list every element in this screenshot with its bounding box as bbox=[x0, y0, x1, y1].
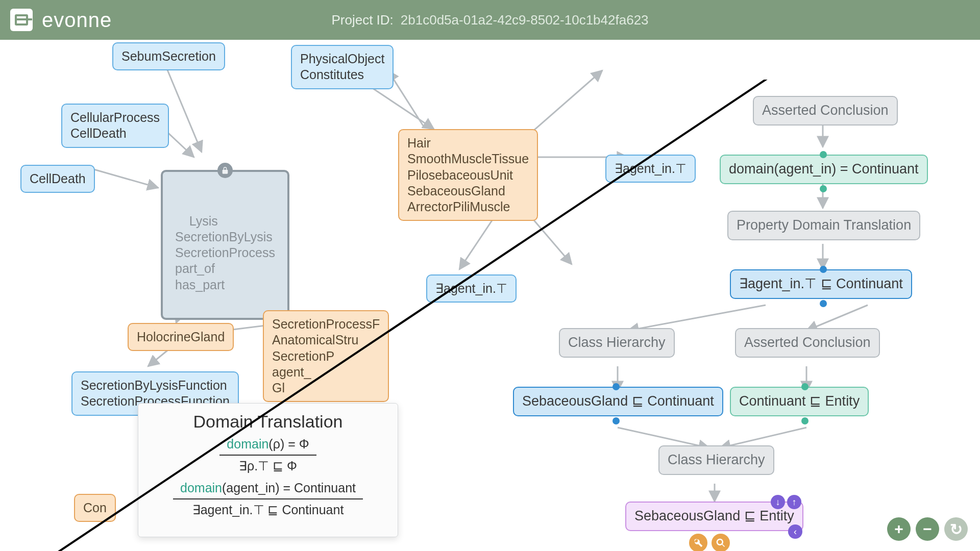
node-sebum-secretion[interactable]: SebumSecretion bbox=[112, 42, 225, 70]
svg-line-16 bbox=[628, 305, 766, 331]
zoom-controls: + − ↻ bbox=[887, 517, 968, 541]
svg-line-2 bbox=[87, 167, 158, 188]
node-lysis-group-locked[interactable]: Lysis SecretionByLysis SecretionProcess … bbox=[161, 170, 289, 320]
connector-dot bbox=[612, 417, 620, 424]
zoom-out-button[interactable]: − bbox=[916, 517, 939, 541]
canvas[interactable]: SebumSecretion PhysicalObject Constitute… bbox=[0, 40, 980, 551]
nav-down-icon[interactable]: ↓ bbox=[771, 495, 785, 509]
node-property-domain-translation[interactable]: Property Domain Translation bbox=[727, 211, 920, 240]
node-domain-equation[interactable]: domain(agent_in) = Continuant bbox=[720, 155, 928, 184]
app-logo-icon bbox=[10, 9, 33, 31]
nav-back-icon[interactable]: ‹ bbox=[788, 524, 802, 539]
node-asserted-conclusion-2[interactable]: Asserted Conclusion bbox=[735, 328, 880, 358]
svg-line-21 bbox=[720, 428, 806, 448]
project-id: Project ID: 2b1c0d5a-01a2-42c9-8502-10c1… bbox=[331, 12, 648, 28]
tooltip-title: Domain Translation bbox=[153, 412, 383, 432]
lock-icon bbox=[217, 163, 233, 178]
node-cell-death[interactable]: CellDeath bbox=[20, 165, 95, 193]
node-class-hierarchy-1[interactable]: Class Hierarchy bbox=[559, 328, 675, 358]
svg-line-3 bbox=[373, 88, 434, 129]
nav-up-icon[interactable]: ↑ bbox=[787, 495, 801, 509]
project-id-value: 2b1c0d5a-01a2-42c9-8502-10c1b42fa623 bbox=[401, 12, 649, 28]
node-cellular-process[interactable]: CellularProcess CellDeath bbox=[61, 104, 169, 148]
logo-block: evonne bbox=[10, 9, 112, 32]
node-continuant-entity[interactable]: Continuant ⊑ Entity bbox=[730, 387, 869, 416]
wrench-icon[interactable] bbox=[689, 534, 707, 551]
zoom-reset-button[interactable]: ↻ bbox=[944, 517, 968, 541]
node-agent-in-top-left[interactable]: ∃agent_in.⊤ bbox=[605, 155, 696, 183]
svg-line-0 bbox=[163, 60, 202, 152]
node-holocrine[interactable]: HolocrineGland bbox=[128, 323, 234, 351]
app-name: evonne bbox=[42, 9, 112, 32]
node-physical-object[interactable]: PhysicalObject Constitutes bbox=[291, 45, 394, 89]
node-toolbar bbox=[689, 534, 730, 551]
node-secretion-process-group[interactable]: SecretionProcessF AnatomicalStru Secreti… bbox=[263, 310, 389, 402]
rule-tooltip: Domain Translation domain(ρ) = Φ ∃ρ.⊤ ⊑ … bbox=[138, 403, 398, 537]
node-agent-in-mid[interactable]: ∃agent_in.⊤ bbox=[426, 274, 517, 303]
tooltip-rule-instance: domain(agent_in) = Continuant ∃agent_in.… bbox=[153, 481, 383, 517]
app-header: evonne Project ID: 2b1c0d5a-01a2-42c9-85… bbox=[0, 0, 980, 40]
project-id-label: Project ID: bbox=[331, 12, 393, 28]
node-class-hierarchy-2[interactable]: Class Hierarchy bbox=[658, 445, 774, 475]
connector-dot bbox=[820, 266, 827, 273]
zoom-in-button[interactable]: + bbox=[887, 517, 911, 541]
node-asserted-conclusion-1[interactable]: Asserted Conclusion bbox=[753, 96, 898, 126]
magnifier-icon[interactable] bbox=[712, 534, 730, 551]
connector-dot bbox=[820, 151, 827, 158]
tooltip-rule-schema: domain(ρ) = Φ ∃ρ.⊤ ⊑ Φ bbox=[153, 437, 383, 473]
node-lysis-group-text: Lysis SecretionByLysis SecretionProcess … bbox=[175, 214, 275, 292]
connector-dot bbox=[820, 300, 827, 307]
node-hair-group[interactable]: Hair SmoothMuscleTissue PilosebaceousUni… bbox=[398, 129, 538, 221]
node-agent-subclass[interactable]: ∃agent_in.⊤ ⊑ Continuant bbox=[730, 269, 912, 299]
svg-line-20 bbox=[618, 428, 709, 448]
node-continuant-partial[interactable]: Con bbox=[74, 494, 116, 522]
svg-line-17 bbox=[806, 305, 868, 331]
connector-dot bbox=[801, 383, 808, 390]
connector-dot bbox=[801, 417, 808, 424]
node-sebaceous-continuant[interactable]: SebaceousGland ⊑ Continuant bbox=[513, 387, 723, 416]
connector-dot bbox=[612, 383, 620, 390]
connector-dot bbox=[820, 185, 827, 192]
